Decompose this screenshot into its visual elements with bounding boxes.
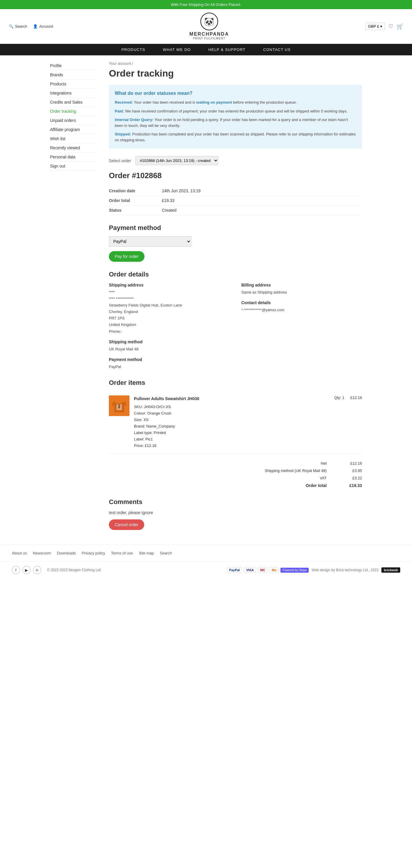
totals-section: Net £12.16 Shipping method (UK Royal Mai… (109, 460, 362, 489)
contact-details-title: Contact details (241, 300, 362, 305)
account-icon: 👤 (33, 24, 38, 29)
order-info-status: Status Created (109, 206, 362, 215)
select-order-row: Select order #102868 (14th Jun 2023, 13:… (109, 156, 362, 165)
currency-label: GBP £ ▾ (368, 24, 382, 29)
linkedin-icon[interactable]: in (33, 566, 41, 574)
info-shipped-label: Shipped: (115, 132, 131, 136)
footer-bottom: f ▶ in © 2022-2023 Nexgen Clothing Ltd. … (0, 561, 412, 579)
nav-contact-us[interactable]: CONTACT US (263, 48, 290, 52)
order-info-total: Order total £19.33 (109, 196, 362, 206)
order-item-details: Pullover Adults Sweatshirt JH030 SKU: JH… (134, 396, 330, 449)
totals-net-label: Net (268, 461, 327, 465)
footer-link-newsroom[interactable]: Newsroom (33, 551, 51, 555)
footer-link-downloads[interactable]: Downloads (57, 551, 76, 555)
order-creation-value: 14th Jun 2023, 13:19 (162, 188, 201, 193)
order-items-heading: Order items (109, 379, 362, 386)
cart-icon[interactable]: 🛒 (397, 23, 403, 30)
order-info-creation: Creation date 14th Jun 2023, 13:19 (109, 186, 362, 196)
footer-link-privacy[interactable]: Privacy policy (82, 551, 105, 555)
stripe-badge: Powered by Stripe (281, 568, 309, 573)
banner-text: With Free Shipping On All Orders Placed. (171, 2, 241, 7)
sidebar-item-brands[interactable]: Brands (50, 70, 97, 80)
order-status-label: Status (109, 208, 162, 213)
sidebar: Profile Brands Products Integrations Cre… (50, 61, 103, 539)
footer-link-sitemap[interactable]: Site map (139, 551, 154, 555)
pay-for-order-button[interactable]: Pay for order (109, 251, 145, 262)
payment-badges: PayPal VISA MC Mo Powered by Stripe (227, 567, 309, 573)
breadcrumb: Your account / (109, 61, 362, 66)
header-center: 🐼 MERCHPANDA PRINT FULFILMENT (190, 13, 229, 40)
sidebar-item-integrations[interactable]: Integrations (50, 89, 97, 98)
info-received-label: Received: (115, 100, 133, 104)
nav-what-we-do[interactable]: WHAT WE DO (163, 48, 191, 52)
wishlist-icon[interactable]: ♡ (388, 23, 393, 30)
sidebar-item-personal[interactable]: Personal data (50, 153, 97, 162)
comment-text: test order, please ignore (109, 510, 362, 515)
visa-badge: VISA (244, 567, 256, 573)
order-item-label-type: Label type: Printed (134, 430, 330, 436)
payment-method-detail-value: PayPal (109, 364, 229, 370)
select-order-dropdown[interactable]: #102868 (14th Jun 2023, 13:19) - created (135, 156, 218, 165)
order-item-size: Size: XS (134, 416, 330, 423)
info-shipped-text: Production has been completed and your o… (115, 132, 356, 142)
order-details-grid: Shipping address **** **** ************ … (109, 283, 362, 370)
totals-shipping-value: £3.95 (344, 468, 362, 473)
order-details-heading: Order details (109, 271, 362, 278)
totals-net-value: £12.16 (344, 461, 362, 465)
footer-top: About us Newsroom Downloads Privacy poli… (0, 545, 412, 561)
sidebar-item-recently[interactable]: Recently viewed (50, 144, 97, 153)
sidebar-item-products[interactable]: Products (50, 80, 97, 89)
sidebar-item-affiliate[interactable]: Affiliate program (50, 125, 97, 134)
cancel-order-button[interactable]: Cancel order (109, 519, 144, 530)
footer-link-terms[interactable]: Terms of use (111, 551, 133, 555)
search-label: Search (15, 24, 27, 29)
order-item-image (109, 396, 129, 416)
account-button[interactable]: 👤 Account (33, 24, 53, 29)
order-item-right: Qty: 1 £12.16 (334, 396, 362, 400)
order-item-label: Label: Pic1 (134, 436, 330, 442)
comments-heading: Comments (109, 498, 362, 506)
sidebar-item-credits[interactable]: Credits and Sales (50, 98, 97, 107)
billing-address-title: Billing address (241, 283, 362, 287)
footer-link-search[interactable]: Search (160, 551, 172, 555)
sidebar-item-signout[interactable]: Sign out (50, 162, 97, 171)
info-received: Received: Your order has been received a… (115, 99, 356, 105)
order-item-price-line: Price: £12.16 (134, 442, 330, 449)
sidebar-item-wishlist[interactable]: Wish list (50, 134, 97, 144)
totals-shipping: Shipping method (UK Royal Mail 48) £3.95 (109, 467, 362, 474)
svg-rect-3 (118, 406, 120, 408)
main-layout: Profile Brands Products Integrations Cre… (44, 55, 368, 545)
logo-icon: 🐼 (200, 13, 218, 30)
totals-vat-label: VAT (268, 476, 327, 480)
order-item-qty: Qty: 1 (334, 396, 345, 400)
content: Your account / Order tracking What do ou… (103, 61, 362, 539)
order-item-brand: Brand: Name_Company (134, 423, 330, 430)
select-order-label: Select order (109, 158, 131, 163)
totals-vat-value: £3.22 (344, 476, 362, 480)
youtube-icon[interactable]: ▶ (22, 566, 31, 574)
footer-link-about[interactable]: About us (12, 551, 27, 555)
order-status-value: Created (162, 208, 177, 213)
search-button[interactable]: 🔍 Search (9, 24, 27, 29)
order-total-value: £19.33 (162, 198, 175, 203)
totals-total: Order total £19.33 (109, 482, 362, 489)
billing-address-col: Billing address Same as Shipping address… (241, 283, 362, 370)
order-creation-label: Creation date (109, 188, 162, 193)
shipping-method-value: UK Royal Mail 48 (109, 346, 229, 352)
info-paid-text: We have received confirmation of payment… (125, 109, 348, 113)
footer-design: Web design by Brick technology Ltd., 202… (312, 568, 378, 572)
info-received-text: Your order has been received and is wait… (134, 100, 297, 104)
payment-method-select[interactable]: PayPal (109, 236, 191, 247)
nav-products[interactable]: PRODUCTS (121, 48, 145, 52)
sidebar-item-profile[interactable]: Profile (50, 61, 97, 70)
order-item-colour: Colour: Orange Crush (134, 410, 330, 416)
sidebar-item-unpaid[interactable]: Unpaid orders (50, 116, 97, 125)
payment-method-heading: Payment method (109, 224, 362, 232)
currency-selector[interactable]: GBP £ ▾ (365, 23, 385, 30)
nav-help-support[interactable]: HELP & SUPPORT (208, 48, 246, 52)
brickweb-badge: brickweb (381, 567, 400, 573)
social-icons: f ▶ in (12, 566, 41, 574)
sidebar-item-order-tracking[interactable]: Order tracking (50, 107, 97, 116)
order-item-name: Pullover Adults Sweatshirt JH030 (134, 396, 330, 403)
facebook-icon[interactable]: f (12, 566, 20, 574)
